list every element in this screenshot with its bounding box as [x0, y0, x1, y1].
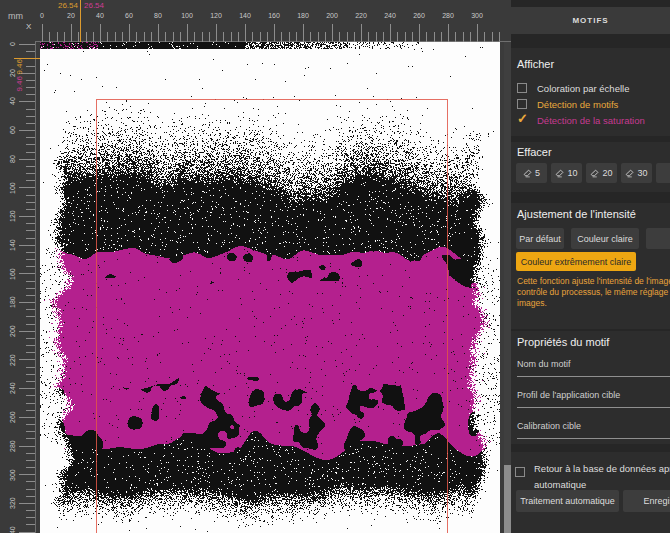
intensity-extremely-light-button[interactable]: Couleur extrêmement claire [516, 252, 636, 271]
ruler-tick [158, 24, 159, 42]
ruler-tick [194, 32, 195, 42]
ruler-tick [26, 288, 35, 289]
horizontal-ruler: mm X 02040608010012014016018020022024026… [0, 0, 511, 42]
ruler-tick [136, 32, 137, 42]
ruler-label: 100 [174, 12, 200, 19]
checkmark-icon[interactable] [517, 113, 531, 127]
ruler-tick [368, 32, 369, 42]
pattern-name-input[interactable] [517, 376, 670, 377]
ruler-tick [26, 180, 35, 181]
ruler-tick [26, 309, 35, 310]
ruler-label: 320 [8, 490, 18, 516]
ruler-tick [26, 238, 35, 239]
ruler-tick [405, 32, 406, 42]
erase-5-button[interactable]: 5 [516, 163, 547, 183]
checkbox-icon[interactable] [517, 83, 527, 93]
ruler-tick [42, 24, 43, 42]
target-calibration-label: Calibration cible [517, 421, 581, 431]
ruler-tick [165, 32, 166, 42]
target-calibration-input[interactable] [517, 438, 670, 439]
eraser-icon [625, 169, 634, 178]
ruler-tick [26, 173, 35, 174]
ruler-tick [26, 403, 35, 404]
erase-10-button[interactable]: 10 [551, 163, 582, 183]
intensity-default-button[interactable]: Par défaut [516, 228, 564, 249]
ruler-tick [397, 32, 398, 42]
checkbox-coloration-echelle[interactable]: Coloration par échelle [517, 82, 629, 94]
ruler-label: 200 [319, 12, 345, 19]
automatic-processing-button[interactable]: Traitement automatique [516, 490, 619, 512]
ruler-label: 160 [8, 261, 18, 287]
ruler-tick [260, 32, 261, 42]
ruler-tick [19, 302, 35, 303]
ruler-tick [93, 32, 94, 42]
ruler-tick [339, 32, 340, 42]
ruler-tick [484, 32, 485, 42]
ruler-label: 140 [8, 232, 18, 258]
ruler-tick [129, 24, 130, 42]
ruler-label: 60 [8, 117, 18, 143]
ruler-label: 180 [290, 12, 316, 19]
checkbox-detection-saturation[interactable]: Détection de la saturation [517, 114, 645, 126]
ruler-tick [19, 216, 35, 217]
ruler-tick [19, 331, 35, 332]
ruler-tick [26, 195, 35, 196]
ruler-tick [19, 503, 35, 504]
properties-section: Propriétés du motif Nom du motif Profil … [511, 331, 670, 444]
checkbox-detection-motifs[interactable]: Détection de motifs [517, 98, 618, 110]
ruler-tick [115, 32, 116, 42]
ruler-tick [26, 338, 35, 339]
ruler-tick [231, 32, 232, 42]
ruler-label: 0 [29, 12, 55, 19]
erase-section: Effacer 5 10 20 30 P [511, 142, 670, 192]
scrollbar-thumb[interactable] [504, 465, 511, 533]
ruler-tick [26, 166, 35, 167]
ruler-tick [383, 32, 384, 42]
intensity-note-line: contrôle du processus, le même réglage d… [517, 287, 670, 297]
ruler-tick [86, 32, 87, 42]
ruler-label: 280 [435, 12, 461, 19]
ruler-tick [238, 32, 239, 42]
target-profile-input[interactable] [517, 407, 670, 408]
ruler-tick [19, 130, 35, 131]
ruler-tick [245, 24, 246, 42]
save-button[interactable]: Enregistrer [623, 490, 670, 512]
ruler-tick [151, 32, 152, 42]
vertical-scrollbar[interactable] [504, 42, 511, 533]
erase-30-button[interactable]: 30 [621, 163, 652, 183]
ruler-tick [434, 32, 435, 42]
erase-custom-button[interactable]: P [656, 163, 670, 183]
ruler-label: 120 [8, 203, 18, 229]
ruler-tick [26, 144, 35, 145]
x-axis-label: X [26, 22, 31, 31]
ruler-tick [26, 209, 35, 210]
ruler-tick [180, 32, 181, 42]
ruler-tick [26, 252, 35, 253]
ruler-tick [26, 481, 35, 482]
ruler-tick [144, 32, 145, 42]
return-to-database-checkbox[interactable] [515, 467, 525, 477]
ruler-tick [71, 24, 72, 42]
ruler-label: 80 [8, 146, 18, 172]
ruler-tick [19, 446, 35, 447]
erase-20-button[interactable]: 20 [586, 163, 617, 183]
ruler-tick [412, 32, 413, 42]
ruler-tick [325, 32, 326, 42]
cursor-x-value-secondary: 26.54 [84, 1, 104, 10]
ruler-label: 260 [8, 404, 18, 430]
intensity-section: Ajustement de l'intensité Par défaut Cou… [511, 203, 670, 329]
checkbox-label: Coloration par échelle [537, 83, 629, 94]
intensity-heading: Ajustement de l'intensité [517, 208, 636, 220]
ruler-tick [426, 32, 427, 42]
cursor-y-value-secondary: 9.46 [15, 76, 24, 92]
ruler-tick [26, 467, 35, 468]
ruler-tick [26, 381, 35, 382]
intensity-light-button[interactable]: Couleur claire [571, 228, 639, 249]
intensity-very-light-button[interactable]: Coul [646, 228, 670, 249]
ruler-tick [354, 32, 355, 42]
selection-rectangle[interactable] [96, 99, 448, 533]
checkbox-icon[interactable] [517, 99, 527, 109]
ruler-tick [100, 24, 101, 42]
ruler-tick [470, 32, 471, 42]
eraser-icon [555, 169, 564, 178]
